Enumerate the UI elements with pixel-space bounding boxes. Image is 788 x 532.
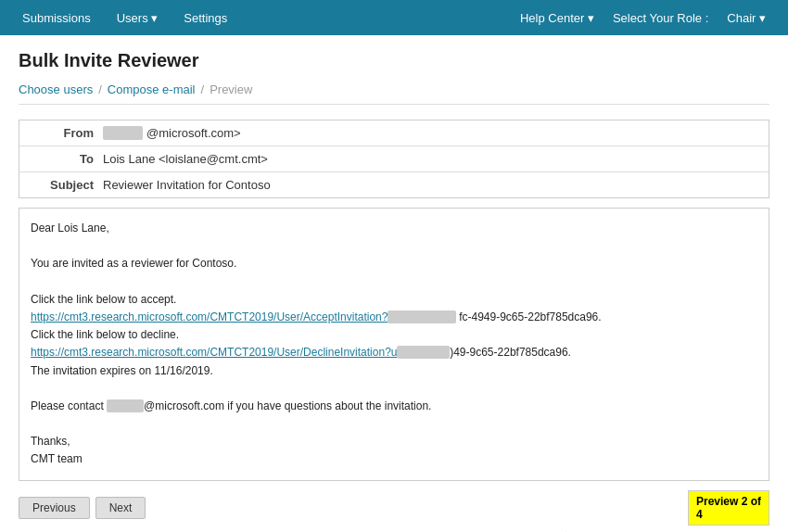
- breadcrumb-preview: Preview: [210, 82, 252, 96]
- email-body: Dear Lois Lane, You are invited as a rev…: [19, 208, 769, 481]
- body-accept-instruction: Click the link below to accept.: [31, 291, 757, 309]
- preview-badge: Preview 2 of4: [688, 490, 769, 526]
- nav-help[interactable]: Help Center ▾: [507, 4, 607, 32]
- to-label: To: [29, 152, 94, 166]
- breadcrumb-sep-2: /: [201, 82, 205, 96]
- body-thanks: Thanks,: [31, 433, 757, 450]
- to-value: Lois Lane <loislane@cmt.cmt>: [103, 152, 268, 166]
- body-accept-link: https://cmt3.research.microsoft.com/CMTC…: [31, 309, 757, 326]
- from-blurred: [103, 126, 143, 140]
- preview-previous-button[interactable]: Previous: [19, 497, 90, 519]
- breadcrumb-choose-users[interactable]: Choose users: [19, 82, 93, 96]
- nav-role-label: Select Your Role :: [607, 4, 714, 32]
- preview-next-button[interactable]: Next: [95, 497, 146, 519]
- nav-settings[interactable]: Settings: [171, 4, 240, 32]
- top-navigation: Submissions Users ▾ Settings Help Center…: [0, 0, 788, 35]
- breadcrumb-compose[interactable]: Compose e-mail: [108, 82, 196, 96]
- body-greeting: Dear Lois Lane,: [31, 220, 757, 237]
- preview-nav-row: Previous Next Preview 2 of4: [19, 490, 769, 526]
- nav-users[interactable]: Users ▾: [104, 4, 172, 32]
- from-value: @microsoft.com>: [103, 126, 241, 140]
- page-content: Bulk Invite Reviewer Choose users / Comp…: [0, 35, 788, 532]
- body-decline-link: https://cmt3.research.microsoft.com/CMTC…: [31, 344, 757, 361]
- email-subject-row: Subject Reviewer Invitation for Contoso: [19, 172, 769, 197]
- breadcrumb: Choose users / Compose e-mail / Preview: [19, 82, 769, 105]
- body-expiry: The invitation expires on 11/16/2019.: [31, 362, 757, 380]
- from-label: From: [29, 126, 94, 140]
- breadcrumb-sep-1: /: [98, 82, 102, 96]
- page-title: Bulk Invite Reviewer: [19, 50, 769, 71]
- email-from-row: From @microsoft.com>: [19, 120, 769, 146]
- nav-row-buttons: Previous Next: [19, 497, 146, 519]
- body-signature: CMT team: [31, 450, 757, 468]
- email-to-row: To Lois Lane <loislane@cmt.cmt>: [19, 146, 769, 172]
- email-headers: From @microsoft.com> To Lois Lane <loisl…: [19, 120, 769, 198]
- subject-value: Reviewer Invitation for Contoso: [103, 178, 271, 192]
- nav-role-select[interactable]: Chair ▾: [714, 4, 779, 32]
- from-suffix: @microsoft.com>: [146, 126, 241, 140]
- subject-label: Subject: [29, 178, 94, 192]
- nav-submissions[interactable]: Submissions: [9, 4, 104, 32]
- body-contact: Please contact @microsoft.com if you hav…: [31, 398, 757, 415]
- body-decline-instruction: Click the link below to decline.: [31, 326, 757, 344]
- body-invited: You are invited as a reviewer for Contos…: [31, 255, 757, 272]
